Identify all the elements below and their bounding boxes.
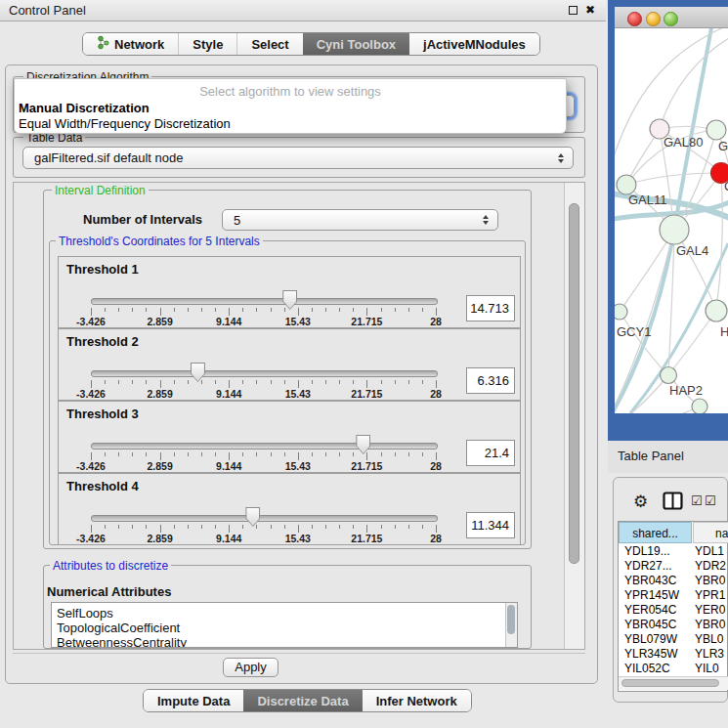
threshold-2-slider-handle[interactable] (191, 363, 205, 382)
table-data-combobox-value: galFiltered.sif default node (34, 150, 183, 165)
tab-network-label: Network (114, 37, 164, 52)
tab-discretize-data-label: Discretize Data (257, 694, 348, 708)
table-row[interactable]: YPR145WYPR1 (619, 588, 728, 603)
node-gal4[interactable] (660, 215, 689, 244)
table-panel-title: Table Panel (618, 449, 684, 463)
bottom-tab-bar: Impute Data Discretize Data Infer Networ… (143, 689, 472, 712)
threshold-3-panel: Threshold 3 -3.4262.8599.14415.4321.7152… (58, 401, 521, 473)
threshold-1-slider-track[interactable] (91, 298, 438, 305)
number-of-intervals-label: Number of Intervals (83, 212, 202, 227)
threshold-4-slider-handle[interactable] (245, 507, 260, 527)
attribute-item[interactable]: BetweennessCentrality (52, 634, 517, 648)
split-columns-icon[interactable] (663, 492, 683, 514)
threshold-1-slider-handle[interactable] (282, 290, 297, 310)
close-traffic-light-icon[interactable] (627, 12, 642, 26)
table-row[interactable]: YLR345WYLR3 (619, 647, 728, 662)
tab-network[interactable]: Network (83, 33, 178, 55)
node-top-right[interactable] (707, 120, 726, 140)
threshold-1-scale-labels: -3.4262.8599.14415.4321.71528 (91, 316, 436, 326)
attribute-item[interactable]: TopologicalCoefficient (52, 620, 517, 634)
checkbox-icon-2[interactable]: ☑ (705, 493, 716, 508)
tab-impute-data[interactable]: Impute Data (144, 690, 243, 711)
popup-hint-item[interactable]: Select algorithm to view settings (15, 84, 566, 99)
node-bottom-partial[interactable] (692, 399, 707, 413)
threshold-2-value-field[interactable]: 6.316 (466, 367, 515, 394)
network-icon (97, 35, 109, 53)
table-row[interactable]: YBR045CYBR0 (619, 618, 728, 632)
bottom-divider (13, 653, 585, 654)
node-label-partial-ga: GA (718, 139, 728, 153)
number-of-intervals-spinner[interactable]: 5 (222, 209, 498, 231)
tab-jactivemnodules[interactable]: jActiveMNodules (409, 33, 539, 55)
interval-definition-group-title: Interval Definition (52, 184, 149, 197)
threshold-1-label: Threshold 1 (66, 262, 139, 277)
tab-impute-data-label: Impute Data (157, 694, 230, 708)
threshold-3-slider-track[interactable] (91, 443, 438, 450)
threshold-4-value-field[interactable]: 11.344 (466, 512, 515, 538)
threshold-1-value-field[interactable]: 14.713 (466, 295, 515, 321)
table-row[interactable]: YIL052CYIL0 (619, 662, 728, 675)
close-icon[interactable]: ✖ (585, 3, 595, 17)
threshold-2-scale-labels: -3.4262.8599.14415.4321.71528 (91, 388, 436, 399)
float-window-icon[interactable] (569, 6, 578, 15)
table-row[interactable]: YER054CYER0 (619, 603, 728, 618)
tab-style[interactable]: Style (178, 33, 236, 55)
threshold-2-panel: Threshold 2 -3.4262.8599.14415.4321.7152… (58, 328, 521, 401)
attribute-item[interactable]: SelfLoops (52, 605, 517, 620)
table-row[interactable]: YBR043CYBR0 (619, 574, 728, 588)
gear-icon[interactable]: ⚙ (633, 492, 648, 512)
table-row[interactable]: YDL19...YDL1 (619, 544, 728, 559)
threshold-4-scale-labels: -3.4262.8599.14415.4321.71528 (91, 533, 436, 543)
threshold-3-slider-handle[interactable] (356, 435, 370, 454)
attributes-group-title: Attributes to discretize (50, 559, 171, 573)
attributes-list-scrollbar-thumb[interactable] (507, 605, 515, 634)
node-hap2[interactable] (661, 367, 677, 384)
popup-item-equal-width[interactable]: Equal Width/Frequency Discretization (19, 116, 231, 131)
tab-jactivemnodules-label: jActiveMNodules (423, 37, 526, 52)
node-gal11[interactable] (617, 175, 636, 194)
table-row[interactable]: YBL079WYBL0 (619, 632, 728, 647)
threshold-3-scale-labels: -3.4262.8599.14415.4321.71528 (91, 460, 436, 471)
node-gcy1[interactable] (615, 304, 627, 320)
network-canvas[interactable]: GAL80 GA GAL11 C GAL4 GCY1 H HAP2 (615, 28, 728, 413)
threshold-coordinates-group-title: Threshold's Coordinates for 5 Intervals (56, 235, 263, 248)
tab-select[interactable]: Select (236, 33, 302, 55)
node-h[interactable] (706, 300, 727, 321)
node-label-partial-c: C (724, 179, 728, 193)
checkbox-icon-1[interactable]: ☑ (691, 493, 703, 508)
minimize-traffic-light-icon[interactable] (646, 12, 661, 26)
tab-cyni-toolbox-label: Cyni Toolbox (317, 37, 396, 52)
spinner-arrows-icon (483, 215, 489, 225)
popup-item-manual-discretization[interactable]: Manual Discretization (19, 101, 150, 115)
apply-button[interactable]: Apply (223, 658, 278, 677)
top-tab-bar: Network Style Select Cyni Toolbox jActiv… (82, 32, 540, 56)
control-panel-titlebar (0, 0, 606, 21)
column-header-shared[interactable]: shared... (619, 522, 692, 543)
node-label-hap2: HAP2 (669, 383, 703, 398)
number-of-intervals-value: 5 (234, 213, 240, 228)
vertical-scrollbar-thumb[interactable] (569, 203, 579, 564)
numerical-attributes-list[interactable]: SelfLoopsTopologicalCoefficientBetweenne… (51, 602, 518, 648)
node-label-partial-h: H (720, 324, 728, 339)
zoom-traffic-light-icon[interactable] (664, 12, 678, 26)
tab-discretize-data[interactable]: Discretize Data (243, 690, 362, 711)
threshold-2-slider-track[interactable] (91, 370, 438, 377)
node-label-gal80: GAL80 (664, 135, 703, 150)
threshold-2-label: Threshold 2 (66, 334, 139, 349)
threshold-4-panel: Threshold 4 -3.4262.8599.14415.4321.7152… (58, 473, 521, 545)
tab-infer-network[interactable]: Infer Network (363, 690, 471, 711)
table-data-combobox[interactable]: galFiltered.sif default node (22, 147, 574, 169)
tab-style-label: Style (193, 37, 223, 52)
threshold-3-value-field[interactable]: 21.4 (466, 440, 515, 466)
tab-select-label: Select (251, 37, 288, 52)
numerical-attributes-label: Numerical Attributes (47, 584, 171, 599)
table-body: YDL19...YDL1YDR27...YDR2YBR043CYBR0YPR14… (619, 544, 728, 675)
column-header-name[interactable]: name (693, 522, 728, 543)
threshold-4-slider-track[interactable] (91, 515, 438, 522)
table-row[interactable]: YDR27...YDR2 (619, 559, 728, 574)
network-window-titlebar (615, 7, 728, 28)
control-panel-title: Control Panel (9, 3, 86, 18)
tab-cyni-toolbox[interactable]: Cyni Toolbox (303, 33, 409, 55)
horizontal-scrollbar-thumb[interactable] (621, 679, 719, 687)
node-label-gcy1: GCY1 (617, 324, 651, 339)
